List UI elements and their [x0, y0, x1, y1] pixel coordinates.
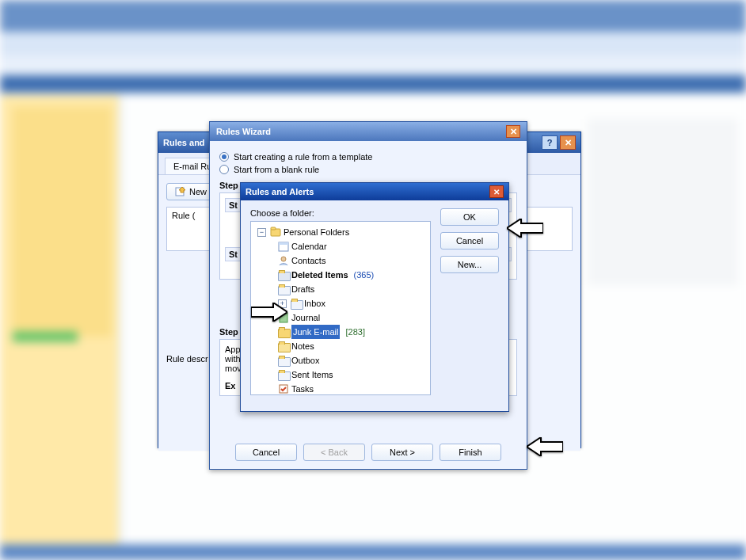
radio-icon — [219, 165, 229, 174]
picker-buttons: OK Cancel New... — [440, 208, 499, 403]
option-blank-label: Start from a blank rule — [234, 165, 319, 174]
svg-rect-2 — [271, 227, 276, 230]
option-template-label: Start creating a rule from a template — [234, 152, 372, 162]
close-button[interactable]: ✕ — [506, 125, 520, 138]
tree-root[interactable]: − Personal Folders — [257, 225, 427, 239]
arrow-to-finish — [527, 437, 563, 456]
deleted-icon — [278, 270, 289, 280]
collapse-icon[interactable]: − — [257, 228, 266, 237]
sent-icon — [278, 370, 289, 379]
folder-outbox[interactable]: Outbox — [278, 353, 427, 368]
notes-icon — [278, 341, 289, 351]
cancel-button[interactable]: Cancel — [440, 232, 499, 250]
folder-inbox[interactable]: +Inbox — [278, 296, 427, 310]
cancel-button[interactable]: Cancel — [235, 444, 297, 461]
junk-count: [283] — [345, 325, 364, 339]
option-blank[interactable]: Start from a blank rule — [219, 165, 517, 174]
wizard-titlebar[interactable]: Rules Wizard ✕ — [210, 122, 527, 141]
option-template[interactable]: Start creating a rule from a template — [219, 152, 517, 162]
calendar-icon — [278, 241, 289, 252]
new-rule-icon — [175, 186, 186, 197]
root-label: Personal Folders — [284, 225, 349, 239]
svg-marker-9 — [251, 303, 287, 322]
folder-contacts[interactable]: Contacts — [278, 253, 427, 268]
close-button[interactable]: ✕ — [489, 185, 504, 198]
outbox-icon — [278, 356, 289, 365]
choose-folder-dialog: Rules and Alerts ✕ Choose a folder: − Pe… — [240, 182, 509, 412]
contacts-icon — [278, 255, 289, 266]
next-button[interactable]: Next > — [371, 444, 433, 461]
folder-sent[interactable]: Sent Items — [278, 368, 427, 382]
radio-selected-icon — [219, 152, 229, 162]
choose-folder-label: Choose a folder: — [250, 208, 431, 218]
personal-folders-icon — [270, 227, 281, 238]
folder-drafts[interactable]: Drafts — [278, 282, 427, 296]
svg-marker-8 — [507, 219, 543, 238]
svg-point-5 — [281, 257, 286, 261]
folder-journal[interactable]: Journal — [278, 310, 427, 325]
close-button[interactable]: ✕ — [560, 135, 576, 150]
rule-column-header: Rule ( — [172, 211, 195, 220]
folder-notes[interactable]: Notes — [278, 339, 427, 353]
junk-label: Junk E-mail — [291, 325, 340, 339]
inbox-icon — [291, 299, 302, 308]
ok-button[interactable]: OK — [440, 208, 499, 226]
back-button: < Back — [303, 444, 365, 461]
drafts-icon — [278, 284, 289, 294]
arrow-to-junk — [251, 303, 287, 322]
folder-calendar[interactable]: Calendar — [278, 239, 427, 253]
wizard-buttons: Cancel < Back Next > Finish — [210, 444, 527, 461]
arrow-to-ok — [507, 219, 543, 238]
help-button[interactable]: ? — [542, 135, 558, 150]
svg-marker-10 — [527, 437, 563, 456]
junk-icon — [278, 327, 289, 337]
tasks-icon — [278, 383, 289, 394]
deleted-count: (365) — [354, 268, 375, 282]
picker-title: Rules and Alerts — [245, 187, 314, 196]
new-folder-button[interactable]: New... — [440, 256, 499, 273]
dialog-title: Rules and — [163, 138, 205, 147]
folder-junk[interactable]: Junk E-mail[283] — [278, 325, 427, 339]
picker-titlebar[interactable]: Rules and Alerts ✕ — [241, 183, 508, 200]
finish-button[interactable]: Finish — [440, 444, 501, 461]
folder-tasks[interactable]: Tasks — [278, 382, 427, 395]
folder-deleted[interactable]: Deleted Items(365) — [278, 268, 427, 282]
wizard-title: Rules Wizard — [216, 127, 271, 136]
svg-rect-4 — [279, 242, 288, 245]
